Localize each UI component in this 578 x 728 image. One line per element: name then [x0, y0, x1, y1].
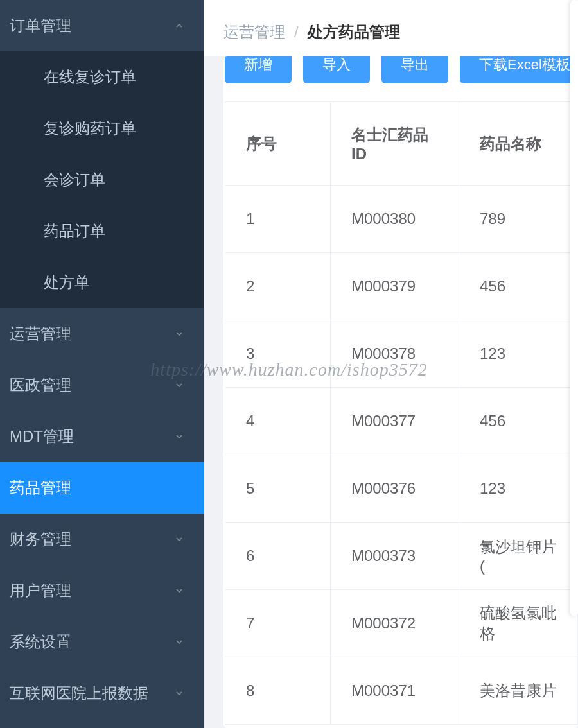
th-med-id: 名士汇药品ID [331, 102, 459, 186]
menu-drug-mgmt[interactable]: 药品管理 [0, 462, 204, 514]
chevron-down-icon [173, 636, 185, 648]
cell-med-id: M000373 [331, 523, 459, 590]
th-drug-name: 药品名称 [459, 102, 578, 186]
submenu-revisit-purchase[interactable]: 复诊购药订单 [0, 103, 204, 154]
table-row[interactable]: 7M000372硫酸氢氯吡格 [225, 590, 578, 657]
submenu-label: 会诊订单 [44, 169, 105, 190]
cell-drug-name: 美洛昔康片 [459, 657, 578, 725]
menu-finance-mgmt[interactable]: 财务管理 [0, 514, 204, 565]
th-index: 序号 [225, 102, 331, 186]
cell-drug-name: 456 [459, 253, 578, 320]
cell-med-id: M000372 [331, 590, 459, 657]
submenu-label: 复诊购药订单 [44, 118, 136, 139]
cell-drug-name: 硫酸氢氯吡格 [459, 590, 578, 657]
cell-med-id: M000378 [331, 320, 459, 388]
submenu-online-revisit[interactable]: 在线复诊订单 [0, 51, 204, 103]
menu-order-mgmt[interactable]: 订单管理 [0, 0, 204, 51]
menu-internet-hospital-report[interactable]: 互联网医院上报数据 [0, 668, 204, 719]
main-content: 运营管理 / 处方药品管理 新增 导入 导出 下载Excel模板 序号 名士汇药… [204, 0, 578, 728]
menu-label: MDT管理 [10, 426, 74, 447]
menu-mdt-mgmt[interactable]: MDT管理 [0, 411, 204, 462]
menu-system-settings[interactable]: 系统设置 [0, 616, 204, 668]
chevron-down-icon [173, 585, 185, 596]
menu-label: 药品管理 [10, 478, 71, 498]
table-row[interactable]: 2M000379456 [225, 253, 578, 320]
cell-index: 5 [225, 455, 331, 523]
chevron-down-icon [173, 379, 185, 391]
cell-med-id: M000380 [331, 186, 459, 253]
table-container: 序号 名士汇药品ID 药品名称 1M0003807892M0003794563M… [225, 101, 578, 725]
export-button[interactable]: 导出 [381, 56, 448, 83]
scroll-indicator[interactable] [570, 0, 578, 616]
menu-medical-admin[interactable]: 医政管理 [0, 360, 204, 411]
breadcrumb-parent[interactable]: 运营管理 [223, 22, 285, 42]
menu-user-mgmt[interactable]: 用户管理 [0, 565, 204, 616]
breadcrumb-separator: / [294, 23, 299, 41]
add-button[interactable]: 新增 [225, 56, 292, 83]
menu-operation-mgmt[interactable]: 运营管理 [0, 308, 204, 360]
content-card: 新增 导入 导出 下载Excel模板 序号 名士汇药品ID 药品名称 1M000… [223, 56, 578, 728]
cell-index: 2 [225, 253, 331, 320]
cell-drug-name: 789 [459, 186, 578, 253]
cell-drug-name: 456 [459, 388, 578, 455]
download-template-button[interactable]: 下载Excel模板 [460, 56, 578, 83]
chevron-down-icon [173, 688, 185, 699]
table-row[interactable]: 3M000378123 [225, 320, 578, 388]
cell-index: 4 [225, 388, 331, 455]
submenu-label: 药品订单 [44, 221, 105, 241]
table-row[interactable]: 4M000377456 [225, 388, 578, 455]
chevron-up-icon [173, 20, 185, 31]
chevron-down-icon [173, 533, 185, 545]
cell-index: 6 [225, 523, 331, 590]
menu-label: 互联网医院上报数据 [10, 683, 148, 704]
cell-drug-name: 123 [459, 320, 578, 388]
cell-med-id: M000379 [331, 253, 459, 320]
sidebar: 订单管理 在线复诊订单 复诊购药订单 会诊订单 药品订单 处方单 运营管理 医政 [0, 0, 204, 728]
cell-drug-name: 123 [459, 455, 578, 523]
chevron-down-icon [173, 328, 185, 340]
menu-label: 系统设置 [10, 632, 71, 652]
cell-med-id: M000376 [331, 455, 459, 523]
table-row[interactable]: 6M000373氯沙坦钾片( [225, 523, 578, 590]
menu-label: 订单管理 [10, 15, 71, 36]
import-button[interactable]: 导入 [303, 56, 370, 83]
toolbar: 新增 导入 导出 下载Excel模板 [225, 56, 578, 83]
table-row[interactable]: 5M000376123 [225, 455, 578, 523]
submenu-consult-order[interactable]: 会诊订单 [0, 154, 204, 205]
table-row[interactable]: 1M000380789 [225, 186, 578, 253]
chevron-down-icon [173, 431, 185, 442]
submenu-label: 处方单 [44, 272, 90, 293]
menu-label: 医政管理 [10, 375, 71, 395]
table-row[interactable]: 8M000371美洛昔康片 [225, 657, 578, 725]
cell-index: 8 [225, 657, 331, 725]
submenu-label: 在线复诊订单 [44, 67, 136, 87]
submenu-med-order[interactable]: 药品订单 [0, 205, 204, 257]
submenu-prescription[interactable]: 处方单 [0, 257, 204, 308]
cell-med-id: M000371 [331, 657, 459, 725]
menu-label: 财务管理 [10, 529, 71, 550]
cell-med-id: M000377 [331, 388, 459, 455]
drugs-table: 序号 名士汇药品ID 药品名称 1M0003807892M0003794563M… [225, 101, 578, 725]
cell-index: 1 [225, 186, 331, 253]
cell-index: 7 [225, 590, 331, 657]
breadcrumb-current: 处方药品管理 [308, 22, 400, 42]
breadcrumb: 运营管理 / 处方药品管理 [204, 8, 578, 56]
menu-label: 用户管理 [10, 580, 71, 601]
cell-index: 3 [225, 320, 331, 388]
cell-drug-name: 氯沙坦钾片( [459, 523, 578, 590]
menu-label: 运营管理 [10, 324, 71, 344]
